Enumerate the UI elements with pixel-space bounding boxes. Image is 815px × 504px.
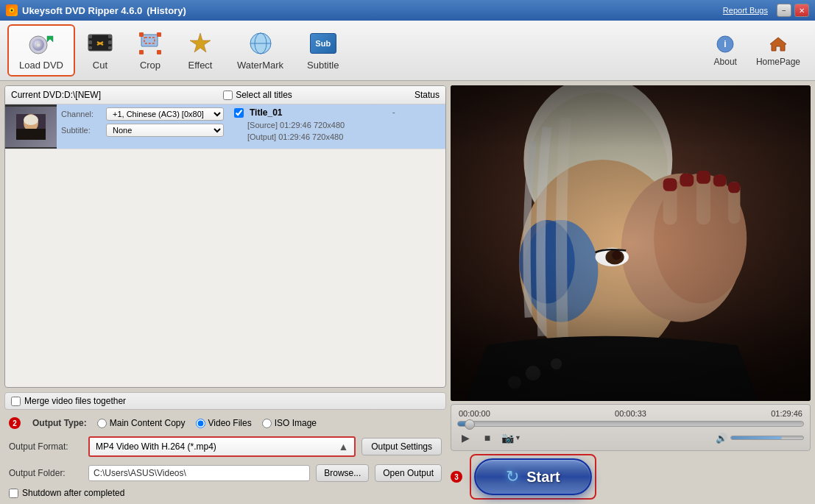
time-total: 01:29:46 (771, 409, 802, 418)
output-format-value: MP4 Video With H.264 (*.mp4) (96, 441, 216, 452)
about-icon: i (715, 34, 735, 54)
volume-fill (731, 436, 782, 439)
homepage-button[interactable]: HomePage (749, 29, 808, 71)
subtitle-label: Subtitle: (61, 126, 102, 135)
load-dvd-icon (28, 30, 54, 57)
title-bar-right: Report Bugs − ✕ (723, 4, 809, 17)
camera-dropdown-arrow: ▼ (515, 434, 521, 441)
load-dvd-label: Load DVD (19, 60, 63, 71)
current-dvd-label: Current DVD:D:\[NEW] (11, 90, 101, 100)
shutdown-label: Shutdown after completed (22, 488, 124, 498)
video-preview (451, 85, 811, 401)
title-bar: Ukeysoft DVD Ripper 4.6.0 (History) Repo… (0, 0, 815, 21)
titles-header: Current DVD:D:\[NEW] Select all titles S… (5, 86, 445, 104)
about-button[interactable]: i About (707, 29, 744, 71)
output-type-row: 2 Output Type: Main Content Copy Video F… (4, 414, 446, 432)
open-output-button[interactable]: Open Output (375, 464, 442, 482)
stop-button[interactable]: ■ (479, 430, 495, 446)
output-type-label: Output Type: (32, 418, 87, 428)
video-controls: 00:00:00 00:00:33 01:29:46 ▶ ■ 📷 ▼ 🔊 (451, 404, 811, 451)
radio-main-content-label: Main Content Copy (110, 418, 186, 428)
output-folder-label: Output Folder: (9, 468, 82, 478)
shutdown-checkbox[interactable] (9, 489, 18, 498)
output-label: [Output] (247, 132, 276, 141)
shutdown-row: Shutdown after completed (4, 486, 446, 500)
svg-rect-17 (139, 50, 144, 54)
title-output-info: [Output] 01:29:46 720x480 (234, 132, 381, 141)
svg-rect-8 (88, 40, 92, 44)
screenshot-button[interactable]: 📷 ▼ (501, 432, 521, 444)
subtitle-icon: Sub (310, 30, 336, 57)
cut-icon (87, 30, 113, 57)
output-format-dropdown[interactable]: MP4 Video With H.264 (*.mp4) ▲ (88, 436, 356, 457)
title-checkbox[interactable] (234, 108, 244, 118)
svg-point-5 (36, 43, 40, 47)
play-button[interactable]: ▶ (457, 430, 473, 446)
start-button[interactable]: ↻ Start (474, 458, 592, 495)
merge-row: Merge video files together (4, 392, 446, 410)
load-dvd-button[interactable]: Load DVD (7, 24, 75, 77)
start-refresh-icon: ↻ (506, 467, 519, 486)
title-info: Channel: +1, Chinese (AC3) [0x80] Subtit… (57, 104, 228, 149)
select-all-label: Select all titles (236, 90, 292, 100)
svg-rect-7 (88, 35, 92, 38)
output-settings-button[interactable]: Output Settings (361, 438, 442, 455)
watermark-button[interactable]: WaterMark (225, 24, 295, 77)
effect-button[interactable]: Effect (175, 24, 225, 77)
radio-video-files[interactable]: Video Files (196, 418, 252, 428)
browse-button[interactable]: Browse... (316, 464, 369, 482)
radio-main-content[interactable]: Main Content Copy (97, 418, 186, 428)
progress-bar[interactable] (457, 421, 804, 427)
title-thumbnail (5, 104, 57, 149)
toolbar: Load DVD Cut (0, 21, 815, 81)
volume-slider[interactable] (730, 436, 804, 440)
channel-label: Channel: (61, 110, 102, 118)
svg-rect-15 (139, 32, 144, 37)
thumb-placeholder (5, 107, 57, 147)
svg-rect-18 (157, 50, 161, 54)
status-col: - (387, 104, 445, 149)
output-folder-row: Output Folder: C:\Users\ASUS\Videos\ Bro… (4, 461, 446, 485)
crop-label: Crop (140, 60, 160, 71)
channel-select[interactable]: +1, Chinese (AC3) [0x80] (106, 107, 224, 121)
svg-rect-28 (16, 129, 46, 140)
status-value: - (392, 107, 395, 116)
output-info: 01:29:46 720x480 (278, 132, 343, 141)
merge-checkbox[interactable] (11, 397, 21, 406)
app-icon (6, 4, 18, 16)
dropdown-arrow-icon: ▲ (338, 441, 348, 452)
report-bugs-link[interactable]: Report Bugs (723, 6, 768, 15)
about-label: About (714, 57, 737, 67)
app-title: Ukeysoft DVD Ripper 4.6.0 (22, 5, 142, 16)
volume-row: 🔊 (716, 433, 804, 444)
volume-icon: 🔊 (716, 433, 727, 444)
channel-row: Channel: +1, Chinese (AC3) [0x80] (61, 107, 224, 121)
select-all-input[interactable] (223, 90, 233, 100)
time-row: 00:00:00 00:00:33 01:29:46 (457, 409, 804, 418)
minimize-button[interactable]: − (777, 4, 791, 17)
svg-rect-11 (108, 40, 112, 44)
svg-point-27 (24, 115, 38, 125)
svg-rect-10 (108, 35, 112, 38)
source-info: 01:29:46 720x480 (280, 121, 345, 129)
progress-thumb[interactable] (465, 419, 475, 430)
main-content: Current DVD:D:\[NEW] Select all titles S… (0, 81, 815, 504)
start-button-container: ↻ Start (470, 454, 596, 500)
crop-button[interactable]: Crop (125, 24, 175, 77)
video-overlay (451, 85, 811, 401)
title-source-info: [Source] 01:29:46 720x480 (234, 121, 381, 129)
subtitle-select[interactable]: None (106, 124, 224, 137)
output-format-row: Output Format: MP4 Video With H.264 (*.m… (4, 433, 446, 460)
cut-label: Cut (93, 60, 107, 71)
close-button[interactable]: ✕ (794, 4, 809, 17)
crop-icon (137, 30, 163, 57)
toolbar-right: i About HomePage (707, 29, 808, 71)
select-all-checkbox[interactable]: Select all titles (223, 90, 292, 100)
cut-button[interactable]: Cut (75, 24, 125, 77)
radio-iso-image[interactable]: ISO Image (262, 418, 317, 428)
progress-fill (458, 422, 472, 426)
svg-rect-16 (157, 32, 161, 37)
radio-video-files-label: Video Files (208, 418, 252, 428)
subtitle-button[interactable]: Sub Subtitle (295, 24, 350, 77)
titles-panel: Current DVD:D:\[NEW] Select all titles S… (4, 85, 446, 388)
